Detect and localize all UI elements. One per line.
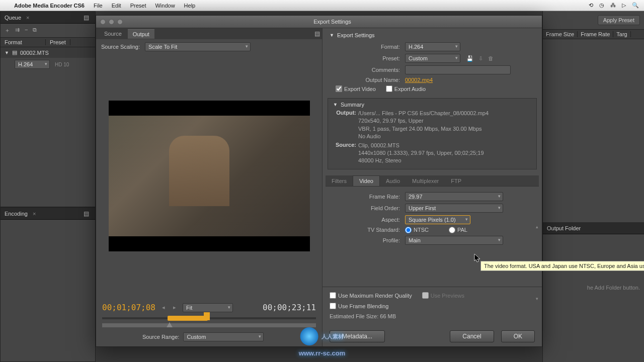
source-scaling-dropdown[interactable]: Scale To Fit bbox=[145, 42, 251, 51]
summary-title: Summary bbox=[341, 102, 364, 108]
subtab-multiplexer[interactable]: Multiplexer bbox=[406, 176, 445, 186]
menu-preset[interactable]: Preset bbox=[130, 3, 146, 9]
export-audio-checkbox[interactable]: Export Audio bbox=[386, 85, 426, 92]
tv-ntsc-radio[interactable]: NTSC bbox=[405, 227, 429, 233]
est-filesize-value: 66 MB bbox=[380, 313, 396, 319]
panel-menu-icon[interactable]: ▤ bbox=[82, 210, 91, 217]
output-name-label: Output Name: bbox=[330, 77, 405, 83]
bluetooth-icon[interactable]: ⁂ bbox=[610, 2, 616, 9]
window-close-icon[interactable] bbox=[100, 19, 106, 25]
col-target[interactable]: Targ bbox=[613, 31, 630, 37]
preset-dropdown[interactable]: Custom bbox=[405, 54, 460, 63]
metadata-button[interactable]: Metadata... bbox=[330, 330, 385, 342]
subtab-audio[interactable]: Audio bbox=[380, 176, 406, 186]
import-preset-icon[interactable]: ⇩ bbox=[478, 55, 483, 62]
summary-box: ▼Summary Output:/Users/... Files - PP CS… bbox=[328, 98, 537, 169]
tab-source[interactable]: Source bbox=[99, 29, 127, 38]
profile-label: Profile: bbox=[330, 237, 405, 243]
cancel-button[interactable]: Cancel bbox=[450, 330, 494, 342]
chevron-down-icon[interactable]: ▼ bbox=[333, 102, 338, 107]
settings-subtabs: Filters Video Audio Multiplexer FTP bbox=[326, 175, 539, 187]
apply-preset-button[interactable]: Apply Preset bbox=[598, 15, 640, 25]
preset-browser-panel: Apply Preset Frame Size Frame Rate Targ … bbox=[542, 11, 644, 362]
queue-filename: 00002.MTS bbox=[20, 50, 49, 56]
preview-pane: Source Output ▤ Source Scaling: Scale To… bbox=[96, 28, 323, 346]
frame-blending-checkbox[interactable]: Use Frame Blending bbox=[330, 303, 535, 309]
volume-icon[interactable]: ▷ bbox=[622, 2, 626, 9]
subtab-video[interactable]: Video bbox=[353, 175, 380, 186]
tab-output[interactable]: Output bbox=[128, 29, 154, 39]
field-order-label: Field Order: bbox=[330, 205, 405, 211]
export-settings-title: Export Settings bbox=[337, 32, 375, 38]
queue-output-preset: HD 10 bbox=[55, 62, 69, 67]
menu-help[interactable]: Help bbox=[184, 3, 196, 9]
ok-button[interactable]: OK bbox=[501, 330, 535, 342]
queue-row-file[interactable]: ▼ ▤ 00002.MTS bbox=[1, 47, 95, 58]
encoding-panel: Encoding × ▤ bbox=[0, 207, 96, 362]
queue-format-dropdown[interactable]: H.264 bbox=[15, 60, 50, 69]
zoom-fit-dropdown[interactable]: Fit bbox=[183, 303, 233, 312]
window-minimize-icon[interactable] bbox=[109, 19, 114, 25]
remove-icon[interactable]: − bbox=[25, 27, 28, 34]
est-filesize-label: Estimated File Size: bbox=[330, 313, 378, 319]
col-preset[interactable]: Preset bbox=[46, 39, 70, 45]
playhead-icon[interactable] bbox=[204, 312, 210, 320]
current-timecode[interactable]: 00;01;07;08 bbox=[102, 303, 155, 312]
export-video-checkbox[interactable]: Export Video bbox=[336, 85, 376, 92]
summary-source-v: Clip, 00002.MTS 1440x1080 (1.3333), 29.9… bbox=[358, 142, 531, 165]
comments-label: Comments: bbox=[330, 67, 405, 73]
tv-standard-tooltip: The video format. USA and Japan use NTSC… bbox=[480, 261, 644, 271]
source-range-label: Source Range: bbox=[142, 334, 179, 340]
output-folder-label: Output Folder bbox=[547, 225, 581, 231]
window-zoom-icon[interactable] bbox=[117, 19, 123, 25]
spotlight-icon[interactable]: 🔍 bbox=[632, 2, 639, 9]
dialog-title: Export Settings bbox=[127, 19, 538, 25]
delete-preset-icon[interactable]: 🗑 bbox=[488, 55, 494, 62]
preset-label: Preset: bbox=[330, 55, 405, 61]
step-fwd-icon[interactable]: ▸ bbox=[172, 304, 178, 311]
add-output-icon[interactable]: ⇉ bbox=[15, 27, 20, 34]
app-name[interactable]: Adobe Media Encoder CS6 bbox=[14, 3, 85, 9]
menu-edit[interactable]: Edit bbox=[112, 3, 121, 9]
save-preset-icon[interactable]: 💾 bbox=[466, 55, 473, 62]
cursor-icon bbox=[474, 254, 481, 263]
max-render-quality-checkbox[interactable]: Use Maximum Render Quality bbox=[330, 292, 412, 299]
panel-menu-icon[interactable]: ▤ bbox=[82, 14, 91, 21]
step-back-icon[interactable]: ◂ bbox=[160, 304, 167, 311]
field-order-dropdown[interactable]: Upper First bbox=[405, 204, 503, 213]
col-format[interactable]: Format bbox=[1, 39, 46, 45]
clock-icon[interactable]: ◷ bbox=[599, 2, 604, 9]
aspect-label: Aspect: bbox=[330, 217, 405, 223]
col-frame-rate[interactable]: Frame Rate bbox=[578, 31, 613, 37]
duplicate-icon[interactable]: ⧉ bbox=[33, 27, 37, 34]
sync-icon[interactable]: ⟲ bbox=[589, 2, 593, 9]
menu-window[interactable]: Window bbox=[155, 3, 175, 9]
subtab-filters[interactable]: Filters bbox=[326, 176, 353, 186]
aspect-dropdown[interactable]: Square Pixels (1.0) bbox=[405, 215, 470, 224]
queue-tab[interactable]: Queue bbox=[5, 15, 21, 21]
mac-menubar: Adobe Media Encoder CS6 File Edit Preset… bbox=[0, 0, 644, 11]
source-range-dropdown[interactable]: Custom bbox=[183, 332, 264, 341]
video-preview bbox=[109, 101, 310, 251]
menu-file[interactable]: File bbox=[94, 3, 103, 9]
use-previews-checkbox: Use Previews bbox=[422, 292, 464, 299]
export-settings-dialog: Export Settings Source Output ▤ Source S… bbox=[96, 15, 542, 347]
col-frame-size[interactable]: Frame Size bbox=[543, 31, 578, 37]
duration-timecode: 00;00;23;11 bbox=[263, 303, 316, 312]
clip-icon: ▤ bbox=[12, 49, 17, 56]
summary-source-k: Source: bbox=[333, 142, 358, 165]
tv-pal-radio[interactable]: PAL bbox=[449, 227, 467, 233]
panel-menu-icon[interactable]: ▤ bbox=[312, 30, 322, 37]
output-name-link[interactable]: 00002.mp4 bbox=[405, 77, 433, 83]
chevron-down-icon[interactable]: ▼ bbox=[330, 33, 334, 38]
queue-row-output[interactable]: H.264 HD 10 bbox=[1, 58, 95, 71]
comments-input[interactable] bbox=[405, 65, 511, 74]
subtab-ftp[interactable]: FTP bbox=[445, 176, 467, 186]
add-source-icon[interactable]: ＋ bbox=[5, 27, 10, 34]
timeline-slider[interactable] bbox=[102, 317, 316, 319]
profile-dropdown[interactable]: Main bbox=[405, 236, 503, 245]
frame-rate-dropdown[interactable]: 29.97 bbox=[405, 192, 503, 201]
encoding-tab[interactable]: Encoding bbox=[5, 211, 28, 217]
summary-output-v: /Users/... Files - PP CS6 Ess/Chapter_08… bbox=[358, 110, 531, 141]
format-dropdown[interactable]: H.264 bbox=[405, 42, 460, 51]
